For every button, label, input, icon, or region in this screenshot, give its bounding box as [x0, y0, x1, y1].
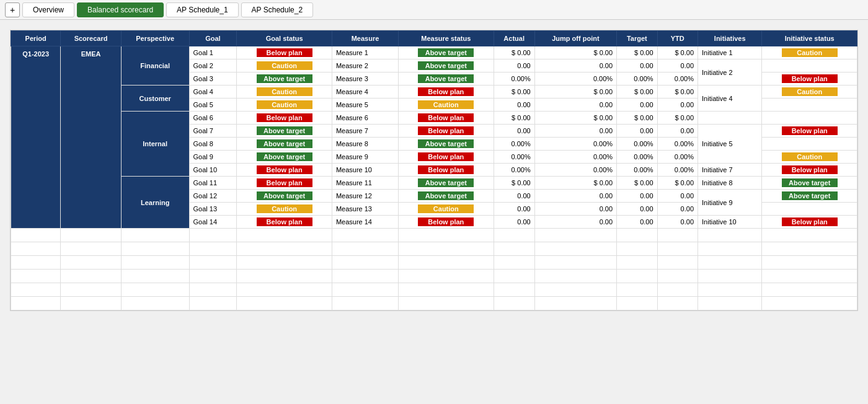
empty-cell — [189, 297, 237, 310]
table-row: CustomerGoal 4CautionMeasure 4Below plan… — [11, 86, 857, 99]
initiative-status-cell: Below plan — [762, 125, 857, 138]
status-badge: Above target — [257, 191, 312, 200]
empty-cell — [332, 242, 398, 256]
ytd-cell: 0.00% — [657, 164, 698, 177]
measure-status-cell: Above target — [399, 190, 494, 203]
actual-cell: 0.00% — [494, 72, 534, 86]
tab-ap-schedule-2[interactable]: AP Schedule_2 — [241, 2, 314, 17]
jump-off-cell: 0.00 — [534, 59, 616, 72]
measure-status-cell: Below plan — [399, 86, 494, 99]
measure-cell: Measure 11 — [332, 177, 398, 190]
empty-cell — [399, 242, 494, 256]
empty-cell — [189, 283, 237, 297]
add-tab-button[interactable]: + — [5, 2, 20, 17]
empty-cell — [189, 229, 237, 242]
actual-cell: $ 0.00 — [494, 86, 534, 99]
col-actual: Actual — [494, 31, 534, 46]
goal-status-cell: Caution — [237, 59, 332, 72]
empty-cell — [494, 270, 534, 283]
measure-status-cell: Caution — [399, 99, 494, 112]
ytd-cell: 0.00 — [657, 59, 698, 72]
empty-cell — [399, 256, 494, 270]
measure-status-cell: Below plan — [399, 164, 494, 177]
actual-cell: 0.00% — [494, 151, 534, 164]
actual-cell: 0.00% — [494, 138, 534, 151]
initiative-cell: Initiative 7 — [698, 164, 762, 177]
table-header-row: Period Scorecard Perspective Goal Goal s… — [11, 31, 857, 46]
empty-cell — [332, 270, 398, 283]
empty-cell — [189, 242, 237, 256]
status-badge: Caution — [782, 152, 838, 161]
empty-cell — [534, 256, 616, 270]
empty-cell — [494, 283, 534, 297]
goal-status-cell: Above target — [237, 190, 332, 203]
ytd-cell: 0.00 — [657, 99, 698, 112]
target-cell: $ 0.00 — [617, 112, 657, 125]
perspective-cell: Customer — [121, 86, 189, 112]
jump-off-cell: 0.00% — [534, 151, 616, 164]
ytd-cell: 0.00 — [657, 216, 698, 229]
ytd-cell: 0.00% — [657, 138, 698, 151]
tab-ap-schedule-1[interactable]: AP Schedule_1 — [166, 2, 239, 17]
goal-status-cell: Below plan — [237, 216, 332, 229]
empty-row — [11, 242, 857, 256]
status-badge: Below plan — [418, 217, 474, 226]
status-badge: Below plan — [418, 152, 474, 161]
empty-cell — [657, 242, 698, 256]
actual-cell: $ 0.00 — [494, 46, 534, 59]
goal-cell: Goal 10 — [189, 164, 237, 177]
perspective-cell: Internal — [121, 112, 189, 177]
initiative-cell: Initiative 2 — [698, 59, 762, 86]
goal-status-cell: Above target — [237, 138, 332, 151]
empty-cell — [11, 297, 61, 310]
initiative-status-cell — [762, 59, 857, 72]
goal-cell: Goal 13 — [189, 203, 237, 216]
empty-cell — [399, 283, 494, 297]
goal-cell: Goal 8 — [189, 138, 237, 151]
initiative-status-cell — [762, 112, 857, 125]
measure-cell: Measure 6 — [332, 112, 398, 125]
empty-cell — [237, 256, 332, 270]
tab-overview[interactable]: Overview — [22, 2, 74, 17]
initiative-status-cell — [762, 99, 857, 112]
target-cell: 0.00% — [617, 151, 657, 164]
target-cell: 0.00 — [617, 125, 657, 138]
jump-off-cell: $ 0.00 — [534, 46, 616, 59]
empty-cell — [121, 297, 189, 310]
status-badge: Below plan — [418, 126, 474, 135]
initiative-cell: Initiative 8 — [698, 177, 762, 190]
goal-cell: Goal 2 — [189, 59, 237, 72]
tab-balanced-scorecard[interactable]: Balanced scorecard — [77, 2, 164, 17]
empty-cell — [237, 242, 332, 256]
measure-status-cell: Caution — [399, 203, 494, 216]
empty-cell — [657, 270, 698, 283]
empty-cell — [121, 283, 189, 297]
empty-cell — [698, 229, 762, 242]
status-badge: Above target — [782, 178, 838, 187]
measure-cell: Measure 14 — [332, 216, 398, 229]
jump-off-cell: $ 0.00 — [534, 112, 616, 125]
empty-cell — [61, 297, 121, 310]
empty-cell — [61, 242, 121, 256]
measure-cell: Measure 2 — [332, 59, 398, 72]
target-cell: $ 0.00 — [617, 177, 657, 190]
empty-cell — [61, 229, 121, 242]
measure-status-cell: Above target — [399, 138, 494, 151]
measure-cell: Measure 13 — [332, 203, 398, 216]
ytd-cell: 0.00% — [657, 72, 698, 86]
empty-cell — [617, 256, 657, 270]
goal-cell: Goal 6 — [189, 112, 237, 125]
empty-cell — [399, 270, 494, 283]
goal-cell: Goal 7 — [189, 125, 237, 138]
status-badge: Below plan — [782, 165, 838, 174]
empty-cell — [762, 297, 857, 310]
actual-cell: $ 0.00 — [494, 177, 534, 190]
initiative-status-cell — [762, 203, 857, 216]
empty-cell — [61, 256, 121, 270]
empty-row — [11, 270, 857, 283]
empty-cell — [698, 242, 762, 256]
empty-cell — [657, 297, 698, 310]
scorecard-table: Period Scorecard Perspective Goal Goal s… — [11, 30, 857, 310]
initiative-cell: Initiative 1 — [698, 46, 762, 59]
empty-cell — [762, 256, 857, 270]
